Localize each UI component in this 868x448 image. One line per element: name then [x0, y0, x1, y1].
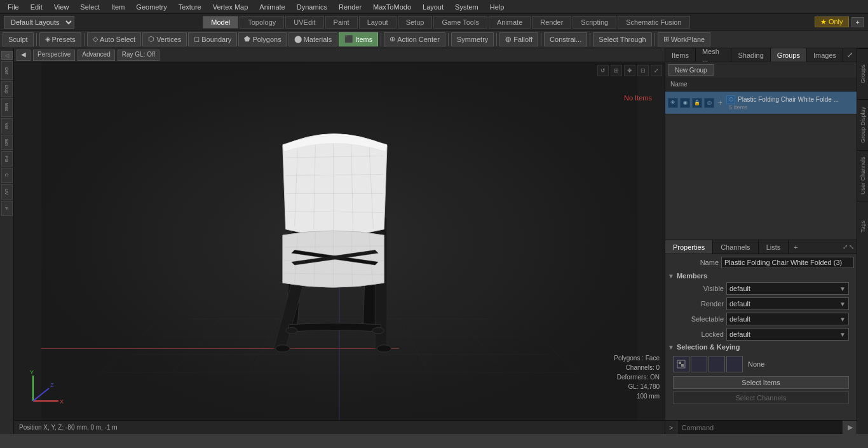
tab-topology[interactable]: Topology: [240, 16, 284, 29]
polygons-button[interactable]: ⬟ Polygons: [238, 32, 287, 46]
presets-button[interactable]: ◈ Presets: [39, 32, 81, 46]
rvtab-user-channels[interactable]: User Channels: [857, 150, 868, 201]
boundary-button[interactable]: ◻ Boundary: [188, 32, 237, 46]
menu-item[interactable]: Item: [106, 2, 130, 12]
constraints-button[interactable]: Constrai...: [544, 32, 587, 46]
sidebar-item-dup[interactable]: Dup: [1, 81, 13, 97]
members-section-header[interactable]: ▼ Members: [668, 272, 854, 280]
sidebar-toggle[interactable]: ◁: [1, 51, 13, 60]
rp-tab-groups[interactable]: Groups: [771, 48, 807, 62]
props-collapse-icon[interactable]: ⤡: [849, 243, 854, 250]
new-group-button[interactable]: New Group: [668, 64, 714, 76]
workplane-button[interactable]: ⊞ WorkPlane: [658, 32, 711, 46]
sidebar-item-edit[interactable]: Edi: [1, 135, 13, 150]
menu-maxtomodo[interactable]: MaxToModo: [368, 2, 416, 12]
sidebar-item-c[interactable]: C: [1, 168, 13, 183]
star-only-button[interactable]: ★ Only: [815, 17, 849, 27]
selectable-dropdown[interactable]: default ▼: [726, 313, 849, 325]
tab-scripting[interactable]: Scripting: [573, 16, 616, 29]
props-tab-lists[interactable]: Lists: [759, 240, 789, 254]
rp-tab-images[interactable]: Images: [807, 48, 843, 62]
menu-edit[interactable]: Edit: [25, 2, 48, 12]
name-prop-input[interactable]: [721, 257, 854, 268]
group-lock-button[interactable]: 🔒: [692, 98, 702, 108]
rp-tab-shading[interactable]: Shading: [731, 48, 770, 62]
auto-select-button[interactable]: ◇ Auto Select: [87, 32, 141, 46]
symmetry-button[interactable]: Symmetry: [451, 32, 494, 46]
sk-btn-2[interactable]: [691, 356, 707, 372]
menu-texture[interactable]: Texture: [173, 2, 207, 12]
sk-section-header[interactable]: ▼ Selection & Keying: [668, 343, 854, 351]
vp-pan-icon[interactable]: ✥: [624, 65, 635, 76]
props-tab-channels[interactable]: Channels: [713, 240, 758, 254]
menu-system[interactable]: System: [450, 2, 484, 12]
menu-dynamics[interactable]: Dynamics: [292, 2, 332, 12]
vp-toggle[interactable]: ◀: [17, 50, 31, 61]
vp-perspective[interactable]: Perspective: [33, 50, 75, 61]
vp-raygl[interactable]: Ray GL: Off: [118, 50, 160, 61]
sculpt-button[interactable]: Sculpt: [3, 32, 34, 46]
vp-fit-icon[interactable]: ⊡: [637, 65, 649, 76]
sk-btn-4[interactable]: [726, 356, 743, 372]
menu-render[interactable]: Render: [334, 2, 367, 12]
tab-uvedit[interactable]: UVEdit: [285, 16, 323, 29]
menu-help[interactable]: Help: [485, 2, 510, 12]
menu-file[interactable]: File: [3, 2, 24, 12]
command-submit-icon[interactable]: ▶: [843, 421, 857, 435]
falloff-button[interactable]: ◍ Falloff: [499, 32, 538, 46]
menu-layout[interactable]: Layout: [417, 2, 449, 12]
visible-dropdown[interactable]: default ▼: [726, 282, 849, 295]
select-channels-button[interactable]: Select Channels: [673, 391, 849, 404]
rvtab-groups[interactable]: Groups: [857, 48, 868, 99]
rvtab-group-display[interactable]: Group Display: [857, 99, 868, 150]
items-button[interactable]: ⬛ Items: [339, 32, 378, 46]
menu-geometry[interactable]: Geometry: [131, 2, 172, 12]
viewport[interactable]: No Items Polygons : Face Channels: 0 Def…: [14, 62, 665, 420]
sidebar-item-poly[interactable]: Pol: [1, 151, 13, 166]
menu-vertex-map[interactable]: Vertex Map: [208, 2, 254, 12]
tab-game-tools[interactable]: Game Tools: [433, 16, 487, 29]
layout-dropdown[interactable]: Default Layouts: [4, 16, 74, 29]
props-tab-properties[interactable]: Properties: [665, 240, 713, 254]
sidebar-item-uv[interactable]: UV: [1, 184, 13, 200]
sidebar-item-mesh[interactable]: Mes: [1, 98, 13, 117]
tab-setup[interactable]: Setup: [398, 16, 433, 29]
command-input[interactable]: [677, 421, 843, 434]
select-through-button[interactable]: Select Through: [593, 32, 651, 46]
add-layout-button[interactable]: +: [851, 17, 864, 27]
group-expand-button[interactable]: +: [716, 98, 724, 107]
sidebar-item-f[interactable]: F: [1, 201, 13, 216]
group-key-button[interactable]: ◎: [704, 98, 714, 108]
sidebar-item-vert[interactable]: Ver: [1, 118, 13, 133]
sk-btn-3[interactable]: [709, 356, 725, 372]
tab-model[interactable]: Model: [203, 16, 238, 29]
group-row[interactable]: 👁 ◉ 🔒 ◎ + ⬡ Plastic Folding Chair White …: [665, 92, 857, 114]
vertices-button[interactable]: ⬡ Vertices: [142, 32, 187, 46]
action-center-button[interactable]: ⊕ Action Center: [384, 32, 445, 46]
group-visibility-button[interactable]: 👁: [668, 98, 678, 108]
tab-schematic-fusion[interactable]: Schematic Fusion: [618, 16, 689, 29]
menu-select[interactable]: Select: [75, 2, 105, 12]
render-dropdown[interactable]: default ▼: [726, 297, 849, 310]
vp-zoom-icon[interactable]: ⊞: [611, 65, 622, 76]
sidebar-item-deformers[interactable]: Def: [1, 61, 13, 80]
props-tab-add[interactable]: +: [789, 240, 803, 254]
props-expand-icon[interactable]: ⤢: [843, 243, 848, 250]
tab-animate[interactable]: Animate: [489, 16, 531, 29]
rp-expand-icon[interactable]: ⤢: [843, 48, 857, 62]
materials-button[interactable]: ⬤ Materials: [288, 32, 338, 46]
vp-shading[interactable]: Advanced: [78, 50, 114, 61]
menu-animate[interactable]: Animate: [254, 2, 290, 12]
rvtab-tags[interactable]: Tags: [857, 201, 868, 252]
vp-rotate-icon[interactable]: ↺: [597, 65, 609, 76]
group-camera-button[interactable]: ◉: [680, 98, 690, 108]
select-items-button[interactable]: Select Items: [673, 376, 849, 389]
rp-tab-mesh[interactable]: Mesh ...: [696, 48, 732, 62]
tab-layout[interactable]: Layout: [359, 16, 397, 29]
locked-dropdown[interactable]: default ▼: [726, 328, 849, 341]
sk-btn-1[interactable]: [673, 356, 689, 372]
tab-paint[interactable]: Paint: [325, 16, 358, 29]
vp-maximize-icon[interactable]: ⤢: [651, 65, 662, 76]
tab-render[interactable]: Render: [532, 16, 571, 29]
rp-tab-items[interactable]: Items: [665, 48, 696, 62]
